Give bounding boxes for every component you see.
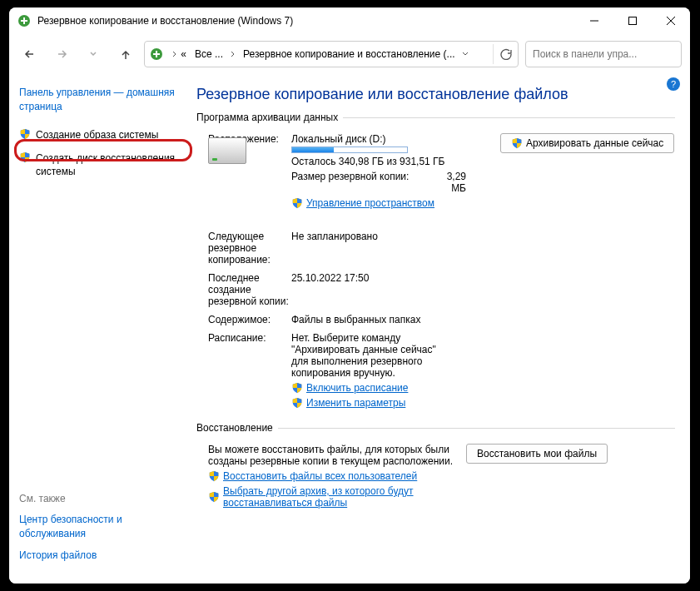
shield-icon xyxy=(291,197,303,209)
create-recovery-disc-link[interactable]: Создать диск восстановления системы xyxy=(19,151,178,178)
disk-usage-bar xyxy=(291,147,408,153)
chevron-right-icon xyxy=(228,42,238,67)
last-backup-label: Последнее создание резервной копии: xyxy=(208,272,291,307)
backup-legend: Программа архивации данных xyxy=(196,112,343,123)
next-backup-value: Не запланировано xyxy=(291,231,500,242)
minimize-button[interactable] xyxy=(575,7,613,34)
file-history-link[interactable]: История файлов xyxy=(19,549,178,562)
next-backup-label: Следующее резервное копирование: xyxy=(208,231,291,266)
last-backup-value: 25.10.2022 17:50 xyxy=(291,272,500,284)
content-area: Резервное копирование или восстановление… xyxy=(188,74,690,584)
backup-fieldset: Программа архивации данных Расположение:… xyxy=(196,112,675,412)
window-title: Резервное копирование и восстановление (… xyxy=(37,15,293,27)
shield-icon xyxy=(511,137,523,149)
shield-icon xyxy=(208,491,220,503)
breadcrumb-bar[interactable]: « Все ... Резервное копирование и восста… xyxy=(144,41,519,67)
contents-value: Файлы в выбранных папках xyxy=(291,314,500,325)
contents-label: Содержимое: xyxy=(208,314,291,325)
disk-free-text: Осталось 340,98 ГБ из 931,51 ГБ xyxy=(291,156,494,167)
crumb-all[interactable]: Все ... xyxy=(191,42,226,67)
forward-button[interactable] xyxy=(49,42,74,67)
restore-fieldset: Восстановление Вы можете восстановить фа… xyxy=(196,422,675,512)
search-input[interactable] xyxy=(525,41,682,67)
recent-dropdown[interactable] xyxy=(81,42,106,67)
refresh-button[interactable] xyxy=(493,44,513,64)
restore-all-users-link[interactable]: Восстановить файлы всех пользователей xyxy=(223,470,417,482)
drive-icon xyxy=(208,137,246,164)
see-also: См. также Центр безопасности и обслужива… xyxy=(19,493,178,570)
see-also-header: См. также xyxy=(19,493,178,504)
help-icon[interactable]: ? xyxy=(667,77,680,91)
restore-legend: Восстановление xyxy=(196,422,278,434)
crumb-current[interactable]: Резервное копирование и восстановление (… xyxy=(240,42,459,67)
shield-icon xyxy=(19,151,31,163)
backup-now-button[interactable]: Архивировать данные сейчас xyxy=(500,133,674,153)
schedule-value: Нет. Выберите команду "Архивировать данн… xyxy=(291,332,449,379)
svg-rect-4 xyxy=(629,17,637,25)
shield-icon xyxy=(19,128,31,140)
crumb-chev-root[interactable]: « xyxy=(168,42,190,67)
maximize-button[interactable] xyxy=(613,7,652,34)
security-center-link[interactable]: Центр безопасности и обслуживания xyxy=(19,513,178,539)
cp-icon xyxy=(150,47,163,61)
nav-toolbar: « Все ... Резервное копирование и восста… xyxy=(9,34,690,74)
shield-icon xyxy=(291,397,303,409)
shield-icon xyxy=(208,470,220,482)
page-title: Резервное копирование или восстановление… xyxy=(196,86,675,103)
change-settings-link[interactable]: Изменить параметры xyxy=(306,397,405,409)
schedule-label: Расписание: xyxy=(208,332,291,344)
titlebar: Резервное копирование и восстановление (… xyxy=(9,7,690,34)
backup-size-label: Размер резервной копии: xyxy=(291,171,409,194)
restore-desc: Вы можете восстановить файлы, для которы… xyxy=(208,444,459,467)
location-value: Локальный диск (D:) xyxy=(291,133,494,145)
enable-schedule-link[interactable]: Включить расписание xyxy=(306,382,408,394)
manage-space-link[interactable]: Управление пространством xyxy=(306,197,434,209)
app-icon xyxy=(17,14,31,27)
choose-other-archive-link[interactable]: Выбрать другой архив, из которого будут … xyxy=(223,485,459,509)
create-system-image-link[interactable]: Создание образа системы xyxy=(19,128,178,142)
shield-icon xyxy=(291,382,303,394)
back-button[interactable] xyxy=(17,42,42,67)
close-button[interactable] xyxy=(652,7,690,34)
restore-my-files-button[interactable]: Восстановить мои файлы xyxy=(466,444,608,464)
backup-size-value: 3,29 МБ xyxy=(433,171,466,194)
control-panel-home-link[interactable]: Панель управления — домашняя страница xyxy=(19,86,178,115)
up-button[interactable] xyxy=(112,42,137,67)
sidebar: Панель управления — домашняя страница Со… xyxy=(9,74,188,584)
chevron-down-icon[interactable] xyxy=(460,42,470,67)
